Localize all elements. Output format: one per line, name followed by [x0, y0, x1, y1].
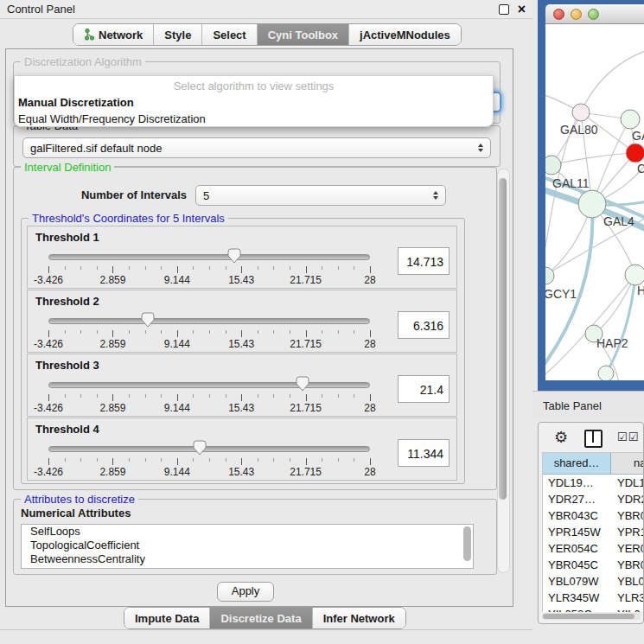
tab-impute-data[interactable]: Impute Data [124, 608, 210, 628]
tab-discretize-data[interactable]: Discretize Data [210, 608, 312, 628]
node-gal11[interactable] [545, 156, 561, 175]
select-columns-icon[interactable]: ☑☑ [617, 423, 639, 452]
threshold-1-slider[interactable]: -3.426 2.859 9.144 15.43 21.715 28 [48, 247, 370, 287]
threshold-3-slider[interactable]: -3.426 2.859 9.144 15.43 21.715 28 [48, 375, 370, 415]
node-label: GAL80 [560, 123, 598, 137]
slider-track[interactable] [48, 446, 370, 452]
settings-scrollbar[interactable] [497, 169, 510, 573]
interval-definition-group-title: Interval Definition [21, 161, 114, 174]
slider-track[interactable] [48, 318, 370, 324]
table-row[interactable]: YBR043CYBR0 [543, 507, 644, 524]
close-traffic-light-icon[interactable] [553, 9, 564, 20]
node-partial[interactable] [598, 366, 614, 380]
scale-label: 21.715 [290, 402, 322, 414]
slider-thumb[interactable] [193, 440, 207, 458]
algorithm-option-manual[interactable]: Manual Discretization [15, 94, 493, 111]
table-row[interactable]: YLR345WYLR3 [543, 590, 644, 606]
scale-label: 15.43 [228, 338, 254, 350]
threshold-2-value-field[interactable]: 6.316 [398, 311, 450, 339]
tab-style-label: Style [164, 29, 191, 41]
cell-name[interactable]: YBR0 [610, 557, 644, 573]
slider-scale: -3.426 2.859 9.144 15.43 21.715 28 [48, 466, 370, 478]
table-row[interactable]: YBL079WYBL0 [543, 573, 644, 590]
cell-name[interactable]: YLR3 [610, 590, 644, 606]
attribute-item[interactable]: SelfLoops [22, 525, 473, 539]
node-gal80[interactable] [572, 104, 590, 121]
gear-icon[interactable]: ⚙ [554, 423, 568, 452]
threshold-1-value-field[interactable]: 14.713 [398, 247, 450, 275]
cell-shared-name[interactable]: YBL079W [543, 573, 610, 590]
node-label: GAL4 [603, 214, 634, 228]
close-icon[interactable]: × [518, 5, 526, 14]
numerical-attributes-list[interactable]: SelfLoops TopologicalCoefficient Between… [21, 524, 474, 569]
cell-name[interactable]: YER0 [610, 540, 644, 557]
table-row[interactable]: YDR27…YDR2 [543, 491, 644, 507]
slider-thumb[interactable] [227, 248, 241, 266]
attributes-scrollbar-thumb[interactable] [463, 526, 471, 561]
cyni-toolbox-panel: Discretization Algorithm Select algorith… [5, 48, 513, 607]
slider-thumb[interactable] [141, 312, 155, 330]
cell-shared-name[interactable]: YDR27… [543, 491, 610, 507]
apply-button[interactable]: Apply [217, 582, 274, 602]
float-window-icon[interactable] [499, 4, 509, 15]
cell-name[interactable]: YBR0 [610, 507, 644, 524]
threshold-2-label: Threshold 2 [35, 295, 99, 308]
algorithm-option-equal-width[interactable]: Equal Width/Frequency Discretization [15, 111, 493, 127]
column-header-name[interactable]: na [611, 453, 644, 474]
node-selected-red[interactable] [626, 143, 644, 163]
attribute-item[interactable]: BetweennessCentrality [22, 552, 473, 566]
table-data-combobox[interactable]: galFiltered.sif default node [22, 137, 491, 158]
tab-select-label: Select [213, 29, 245, 41]
table-row[interactable]: YER054CYER0 [543, 540, 644, 557]
table-row[interactable]: YPR145WYPR1 [543, 524, 644, 540]
table-horizontal-scrollbar-thumb[interactable] [543, 614, 634, 619]
network-window-titlebar[interactable] [545, 4, 644, 24]
tab-style[interactable]: Style [154, 24, 202, 45]
scale-label: 21.715 [290, 338, 322, 350]
table-row[interactable]: YIL052CYIL0 [543, 606, 644, 612]
table-row[interactable]: YDL19…YDL1 [543, 475, 644, 491]
scale-label: 28 [364, 402, 375, 414]
node-h[interactable] [625, 265, 644, 285]
number-of-intervals-combobox[interactable]: 5 [195, 185, 446, 206]
table-horizontal-scrollbar[interactable] [542, 613, 641, 620]
cell-shared-name[interactable]: YDL19… [543, 475, 610, 491]
cell-name[interactable]: YBL0 [610, 573, 644, 590]
cell-shared-name[interactable]: YBR045C [543, 557, 610, 573]
threshold-2-slider[interactable]: -3.426 2.859 9.144 15.43 21.715 28 [48, 311, 370, 351]
algorithm-placeholder-option[interactable]: Select algorithm to view settings [15, 78, 493, 94]
threshold-4-slider[interactable]: -3.426 2.859 9.144 15.43 21.715 28 [48, 439, 370, 479]
threshold-4-value-field[interactable]: 11.344 [398, 439, 450, 467]
network-canvas[interactable]: GAL80 GA C GAL11 GAL4 GCY1 H HAP2 [545, 24, 644, 380]
settings-scrollbar-thumb[interactable] [499, 178, 507, 500]
zoom-traffic-light-icon[interactable] [588, 9, 599, 20]
tab-cyni-toolbox[interactable]: Cyni Toolbox [258, 24, 349, 45]
minimize-traffic-light-icon[interactable] [571, 9, 582, 20]
threshold-3-value-field[interactable]: 21.4 [398, 375, 450, 403]
cell-name[interactable]: YDL1 [610, 475, 644, 491]
tab-network[interactable]: Network [73, 24, 154, 45]
cell-shared-name[interactable]: YPR145W [543, 524, 610, 540]
cell-shared-name[interactable]: YBR043C [543, 507, 610, 524]
cell-name[interactable]: YPR1 [610, 524, 644, 540]
slider-thumb[interactable] [296, 376, 309, 394]
tab-infer-network[interactable]: Infer Network [313, 608, 405, 628]
slider-track[interactable] [48, 382, 370, 388]
node-attribute-table: shared… na YDL19…YDL1 YDR27…YDR2 YBR043C… [542, 452, 644, 612]
cell-name[interactable]: YDR2 [610, 491, 644, 507]
cell-shared-name[interactable]: YER054C [543, 540, 610, 557]
number-of-intervals-value: 5 [203, 189, 209, 202]
combo-arrows-icon [478, 143, 483, 152]
cell-shared-name[interactable]: YLR345W [543, 590, 610, 606]
cell-shared-name[interactable]: YIL052C [543, 606, 610, 612]
slider-track[interactable] [48, 254, 370, 260]
node-gal4[interactable] [578, 190, 606, 218]
cell-name[interactable]: YIL0 [610, 606, 644, 612]
attribute-item[interactable]: TopologicalCoefficient [22, 539, 473, 552]
table-row[interactable]: YBR045CYBR0 [543, 557, 644, 573]
split-columns-icon[interactable] [584, 430, 603, 448]
node-ga[interactable] [621, 110, 640, 129]
tab-jactivemnodules[interactable]: jActiveMNodules [349, 24, 461, 45]
column-header-shared-name[interactable]: shared… [543, 453, 611, 474]
tab-select[interactable]: Select [202, 24, 257, 45]
